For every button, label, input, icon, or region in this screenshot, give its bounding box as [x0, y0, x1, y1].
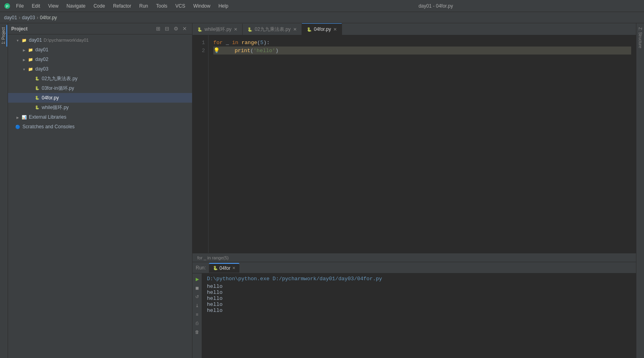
tree-item-day03[interactable]: 📁 day03: [8, 64, 192, 74]
project-panel-title: Project: [11, 26, 154, 32]
tab-close-02jj[interactable]: ✕: [293, 27, 297, 32]
tree-root-day01[interactable]: 📁 day01 D:\pycharmwork\day01: [8, 35, 192, 45]
tab-while[interactable]: 🐍 while循环.py ✕: [192, 24, 243, 35]
status-text: for _ in range(5): [197, 255, 229, 260]
run-tab-icon: 🐍: [213, 266, 218, 270]
settings-icon[interactable]: ⚙: [174, 26, 180, 32]
run-stop-button[interactable]: ◼: [193, 284, 201, 292]
app-icon: P: [4, 3, 10, 9]
tree-label-day01: day01: [35, 47, 49, 53]
run-tab-04for[interactable]: 🐍 04for ✕: [209, 263, 239, 273]
menu-refactor[interactable]: Refactor: [110, 2, 134, 10]
collapse-all-icon[interactable]: ⊟: [165, 26, 171, 32]
tree-arrow-root: [14, 38, 21, 42]
tree-label-file-04for: 04for.py: [42, 95, 59, 101]
menu-help[interactable]: Help: [215, 2, 232, 10]
run-command-line: D:\python\python.exe D:/pycharmwork/day0…: [207, 276, 631, 282]
line-num-2: 2: [192, 47, 208, 55]
svg-text:P: P: [6, 4, 8, 8]
menu-window[interactable]: Window: [190, 2, 214, 10]
menu-code[interactable]: Code: [90, 2, 108, 10]
breadcrumb-sep-2: ›: [36, 15, 38, 20]
tab-close-while[interactable]: ✕: [234, 27, 237, 32]
run-scroll-end-button[interactable]: ⤓: [193, 301, 201, 309]
tree-item-day02[interactable]: 📁 day02: [8, 55, 192, 64]
tree-item-external-libs[interactable]: 📊 External Libraries: [8, 112, 192, 122]
tree-item-file-03[interactable]: 🐍 03for-in循环.py: [8, 83, 192, 93]
menu-run[interactable]: Run: [136, 2, 151, 10]
bottom-panel: Run: 🐍 04for ✕ ▶ ◼ ↺ ⤓ ≡ ⎙ 🗑: [192, 262, 636, 358]
menu-tools[interactable]: Tools: [153, 2, 170, 10]
tab-02jj[interactable]: 🐍 02九九乘法表.py ✕: [243, 24, 302, 35]
tab-04for[interactable]: 🐍 04for.py ✕: [302, 23, 342, 35]
menu-view[interactable]: View: [45, 2, 62, 10]
tab-icon-02jj: 🐍: [247, 27, 252, 32]
menu-edit[interactable]: Edit: [28, 2, 43, 10]
py-icon-03: 🐍: [34, 85, 40, 91]
code-paren3: (: [250, 48, 253, 54]
window-title: day01 - 04for.py: [419, 3, 453, 9]
run-panel-tabs: Run: 🐍 04for ✕: [192, 262, 636, 273]
tree-arrow-day02: [21, 57, 27, 62]
editor-tabs: 🐍 while循环.py ✕ 🐍 02九九乘法表.py ✕ 🐍 04for.py…: [192, 23, 636, 35]
tree-item-file-while[interactable]: 🐍 while循环.py: [8, 103, 192, 112]
run-area: ▶ ◼ ↺ ⤓ ≡ ⎙ 🗑 D:\python\python.exe D:/py…: [192, 273, 636, 358]
run-output-line-4: hello: [207, 301, 631, 307]
code-line-2: 💡 print('hello'): [213, 47, 631, 55]
menu-vcs[interactable]: VCS: [172, 2, 188, 10]
code-num-5: 5: [260, 40, 263, 46]
tree-label-day02: day02: [35, 57, 49, 62]
run-output-line-2: hello: [207, 289, 631, 295]
menu-navigate[interactable]: Navigate: [63, 2, 89, 10]
tree-label-day03: day03: [35, 66, 49, 72]
py-icon-04for: 🐍: [34, 95, 40, 101]
run-output-line-5: hello: [207, 307, 631, 314]
breadcrumb-sep-1: ›: [19, 15, 20, 20]
run-label: Run:: [196, 265, 206, 271]
tree-arrow-ext: [14, 115, 21, 119]
tab-icon-04for: 🐍: [307, 27, 312, 32]
tree-item-scratches[interactable]: 🔵 Scratches and Consoles: [8, 122, 192, 131]
code-editor[interactable]: 1 2 for _ in range(5): 💡 print('hello'): [192, 35, 636, 253]
close-panel-icon[interactable]: ✕: [182, 26, 189, 32]
tree-item-file-04for[interactable]: 🐍 04for.py: [8, 93, 192, 103]
bulb-icon[interactable]: 💡: [213, 47, 220, 54]
tree-item-day01[interactable]: 📁 day01: [8, 45, 192, 55]
run-tab-close[interactable]: ✕: [232, 266, 235, 270]
run-rerun-button[interactable]: ↺: [193, 293, 201, 301]
line-num-1: 1: [192, 38, 208, 47]
folder-icon-day03: 📁: [27, 66, 34, 72]
title-bar: P File Edit View Navigate Code Refactor …: [0, 0, 644, 12]
line-numbers: 1 2: [192, 35, 209, 253]
tree-arrow-day03: [21, 67, 27, 71]
tree-arrow-day01: [21, 48, 27, 52]
expand-all-icon[interactable]: ⊞: [156, 26, 162, 32]
sidebar-tab-project[interactable]: 1: Project: [0, 25, 7, 47]
ext-lib-icon: 📊: [21, 114, 27, 120]
run-trash-button[interactable]: 🗑: [193, 328, 201, 336]
breadcrumb-day01[interactable]: day01: [4, 15, 17, 20]
run-settings-button[interactable]: ≡: [193, 310, 201, 318]
menu-file[interactable]: File: [13, 2, 27, 10]
fn-range: range: [241, 40, 257, 46]
project-panel-header: Project ⊞ ⊟ ⚙ ✕: [8, 23, 192, 34]
tree-item-file-02[interactable]: 🐍 02九九乘法表.py: [8, 74, 192, 83]
tree-label-file-02: 02九九乘法表.py: [42, 75, 77, 82]
breadcrumb-day03[interactable]: day03: [22, 15, 35, 20]
fn-print: print: [235, 48, 250, 54]
code-content[interactable]: for _ in range(5): 💡 print('hello'): [209, 35, 636, 253]
run-play-button[interactable]: ▶: [193, 275, 201, 283]
py-icon-02: 🐍: [34, 75, 40, 82]
tree-label-file-03: 03for-in循环.py: [42, 85, 74, 92]
main-layout: 1: Project Project ⊞ ⊟ ⚙ ✕ 📁 day01 D:\py…: [0, 23, 644, 358]
code-paren4: ): [275, 48, 279, 54]
code-line-1: for _ in range(5):: [213, 38, 631, 47]
tab-close-04for[interactable]: ✕: [333, 27, 337, 32]
run-print-button[interactable]: ⎙: [193, 319, 201, 327]
tab-label-while: while循环.py: [205, 26, 231, 33]
file-tree: 📁 day01 D:\pycharmwork\day01 📁 day01 📁 d…: [8, 34, 192, 358]
structure-tab[interactable]: Z: Structure: [637, 25, 643, 51]
breadcrumb-file[interactable]: 04for.py: [40, 15, 57, 20]
editor-area: 🐍 while循环.py ✕ 🐍 02九九乘法表.py ✕ 🐍 04for.py…: [192, 23, 636, 262]
run-tab-label: 04for: [219, 265, 230, 271]
